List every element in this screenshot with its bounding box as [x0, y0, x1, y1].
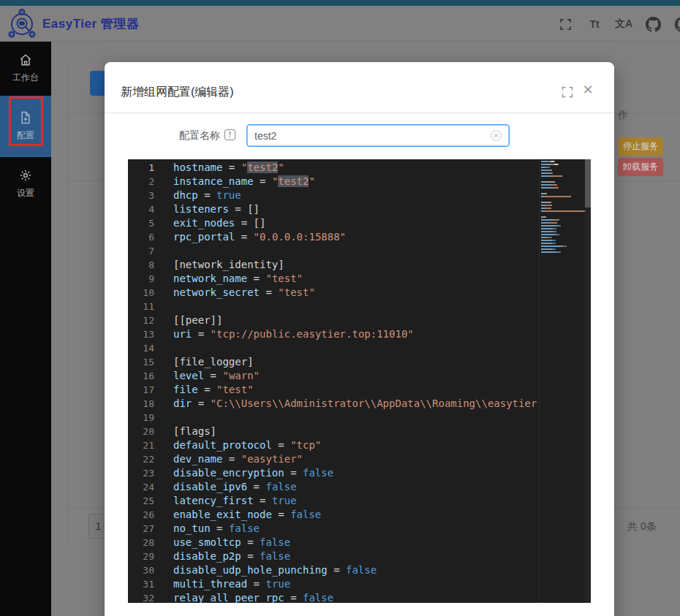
line-number: 16	[128, 369, 154, 383]
line-number: 31	[128, 577, 154, 591]
code-line: 9network_name = "test"	[128, 272, 539, 286]
line-number: 8	[128, 258, 154, 272]
line-number: 19	[128, 411, 154, 425]
github-icon[interactable]	[645, 16, 661, 32]
app-window: EasyTier 管理器 Tt 文A 工作台配置设置	[0, 0, 680, 616]
code-line: 30disable_udp_hole_punching = false	[128, 563, 539, 577]
easytier-logo-icon	[6, 7, 38, 41]
code-line: 22dev_name = "easytier"	[128, 452, 539, 466]
line-number: 27	[128, 522, 154, 536]
line-number: 1	[128, 161, 154, 175]
uninstall-service-button[interactable]: 卸载服务	[618, 158, 663, 176]
code-line: 5exit_nodes = []	[128, 216, 539, 230]
code-lines: 1hostname = "test2"2instance_name = "tes…	[128, 161, 539, 603]
line-number: 9	[128, 272, 154, 286]
language-icon[interactable]: 文A	[616, 16, 632, 32]
code-line: 24disable_ipv6 = false	[128, 480, 539, 494]
sidebar-item-settings[interactable]: 设置	[0, 157, 51, 211]
code-line: 29disable_p2p = false	[128, 550, 539, 563]
annotation-highlight-rect	[9, 96, 43, 146]
code-line: 8[network_identity]	[128, 258, 539, 272]
new-config-dialog: 新增组网配置(编辑器) ✕ 配置名称 ! ✕ 1hostname = "test…	[105, 62, 614, 616]
font-size-icon[interactable]: Tt	[586, 16, 602, 32]
code-line: 18dir = "C:\\Users\\Administrator\\AppDa…	[128, 397, 539, 411]
info-tooltip-icon[interactable]: !	[224, 129, 235, 140]
line-number: 11	[128, 300, 154, 313]
line-number: 13	[128, 327, 154, 341]
line-number: 22	[128, 452, 154, 466]
code-line: 2instance_name = "test2"	[128, 175, 539, 189]
line-number: 7	[128, 244, 154, 258]
config-name-input[interactable]	[254, 130, 491, 142]
code-line: 11	[128, 300, 539, 313]
gear-icon	[19, 169, 32, 182]
clear-input-icon[interactable]: ✕	[491, 130, 502, 141]
line-number: 17	[128, 383, 154, 397]
config-name-input-wrap: ✕	[246, 124, 510, 147]
dialog-divider	[105, 113, 614, 113]
code-line: 19	[128, 411, 539, 425]
editor-scrollbar-thumb[interactable]	[585, 159, 591, 208]
line-number: 26	[128, 508, 154, 522]
code-line: 13uri = "tcp://public.easytier.top:11010…	[128, 327, 539, 341]
editor-minimap[interactable]	[539, 159, 585, 603]
line-number: 24	[128, 480, 154, 494]
code-line: 15[file_logger]	[128, 355, 539, 369]
line-number: 3	[128, 189, 154, 202]
code-line: 20[flags]	[128, 425, 539, 438]
code-line: 10network_secret = "test"	[128, 286, 539, 300]
line-number: 4	[128, 202, 154, 216]
code-line: 16level = "warn"	[128, 369, 539, 383]
line-number: 2	[128, 175, 154, 189]
code-line: 27no_tun = false	[128, 522, 539, 536]
code-line: 26enable_exit_node = false	[128, 508, 539, 522]
total-count-text: 共 0条	[627, 520, 657, 533]
line-number: 6	[128, 230, 154, 244]
content-card-border	[68, 62, 69, 548]
config-name-label: 配置名称	[179, 129, 220, 142]
stop-service-button[interactable]: 停止服务	[618, 137, 663, 156]
code-line: 12[[peer]]	[128, 313, 539, 327]
app-header: EasyTier 管理器 Tt 文A	[0, 6, 680, 42]
code-line: 23disable_encryption = false	[128, 466, 539, 480]
github-icon-2[interactable]	[674, 16, 680, 32]
line-number: 21	[128, 438, 154, 452]
code-line: 1hostname = "test2"	[128, 161, 539, 175]
line-number: 32	[128, 591, 154, 603]
line-number: 28	[128, 536, 154, 550]
line-number: 18	[128, 397, 154, 411]
code-line: 4listeners = []	[128, 202, 539, 216]
line-number: 25	[128, 494, 154, 508]
line-number: 12	[128, 313, 154, 327]
code-line: 3dhcp = true	[128, 189, 539, 202]
sidebar-item-workbench[interactable]: 工作台	[0, 42, 51, 96]
line-number: 20	[128, 425, 154, 438]
line-number: 10	[128, 286, 154, 300]
sidebar-item-label: 工作台	[12, 72, 39, 84]
code-line: 31multi_thread = true	[128, 577, 539, 591]
line-number: 14	[128, 341, 154, 355]
titlebar-strip	[0, 0, 680, 6]
fullscreen-icon[interactable]	[557, 16, 573, 32]
code-line: 14	[128, 341, 539, 355]
code-line: 7	[128, 244, 539, 258]
app-title: EasyTier 管理器	[42, 15, 139, 32]
line-number: 29	[128, 550, 154, 563]
code-line: 6rpc_portal = "0.0.0.0:15888"	[128, 230, 539, 244]
dialog-close-icon[interactable]: ✕	[581, 83, 594, 96]
dialog-title: 新增组网配置(编辑器)	[121, 85, 234, 100]
code-line: 32relay_all_peer_rpc = false	[128, 591, 539, 603]
home-icon	[19, 53, 32, 66]
toml-code-editor[interactable]: 1hostname = "test2"2instance_name = "tes…	[128, 159, 591, 603]
action-column-header: 作	[618, 109, 628, 122]
code-line: 21default_protocol = "tcp"	[128, 438, 539, 452]
code-line: 25latency_first = true	[128, 494, 539, 508]
dialog-fullscreen-icon[interactable]	[562, 86, 573, 98]
code-line: 28use_smoltcp = false	[128, 536, 539, 550]
code-line: 17file = "test"	[128, 383, 539, 397]
line-number: 23	[128, 466, 154, 480]
editor-scrollbar[interactable]	[585, 159, 591, 603]
line-number: 15	[128, 355, 154, 369]
line-number: 30	[128, 563, 154, 577]
sidebar-item-label: 设置	[17, 187, 34, 199]
